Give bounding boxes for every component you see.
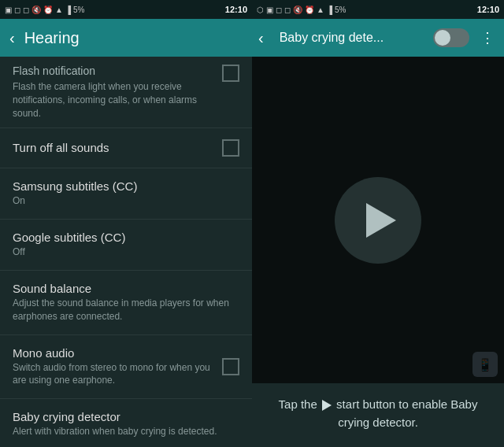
- vol2-icon: 🔇: [293, 6, 302, 14]
- setting-desc-google: Off: [13, 246, 233, 259]
- setting-text-baby: Baby crying detector Alert with vibratio…: [13, 410, 239, 438]
- menu-dots-icon[interactable]: ⋮: [477, 26, 498, 50]
- video-area: 📱: [252, 57, 504, 383]
- top-bar-right: ‹ Baby crying dete... ⋮: [252, 19, 504, 57]
- setting-text-samsung: Samsung subtitles (CC) On: [13, 179, 239, 208]
- watermark-box: 📱: [472, 352, 498, 377]
- page-title-right: Baby crying dete...: [280, 31, 384, 45]
- play-inline-icon: [322, 400, 332, 411]
- setting-title-samsung: Samsung subtitles (CC): [13, 179, 233, 193]
- setting-item-google-subtitles[interactable]: Google subtitles (CC) Off: [0, 220, 252, 271]
- top-bar-right-left: ‹ Baby crying dete...: [258, 29, 384, 47]
- setting-text-google: Google subtitles (CC) Off: [13, 231, 239, 259]
- signal-bars2-icon: ▐: [327, 6, 332, 14]
- setting-item-flash-notification[interactable]: Flash notification Flash the camera ligh…: [0, 57, 252, 128]
- wifi2-icon: ▲: [317, 6, 324, 14]
- setting-title-google: Google subtitles (CC): [13, 231, 233, 244]
- setting-title-flash: Flash notification: [13, 65, 216, 77]
- status-bar-right: ⬡ ▣ ◻ ◻ 🔇 ⏰ ▲ ▐ 5% 12:10: [252, 0, 504, 19]
- battery-text-left: 5%: [73, 6, 84, 14]
- sim-icon: ▣: [5, 6, 12, 14]
- setting-text-sounds: Turn off all sounds: [13, 141, 222, 156]
- left-panel: ▣ ◻ ◻ 🔇 ⏰ ▲ ▐ 5% 12:10 ‹ Hearing Flash n…: [0, 0, 252, 447]
- right-panel: ⬡ ▣ ◻ ◻ 🔇 ⏰ ▲ ▐ 5% 12:10 ‹ Baby crying d…: [252, 0, 504, 447]
- checkbox-sounds[interactable]: [222, 139, 239, 157]
- setting-item-samsung-subtitles[interactable]: Samsung subtitles (CC) On: [0, 168, 252, 220]
- instruction-text: Tap the start button to enable Baby cryi…: [252, 383, 504, 447]
- battery-text-right: 5%: [335, 6, 346, 14]
- signal-bars-icon: ▐: [65, 6, 71, 14]
- status-time-right: 12:10: [477, 5, 499, 14]
- status-icons-left: ▣ ◻ ◻ 🔇 ⏰ ▲ ▐ 5%: [5, 6, 84, 14]
- watermark: 📱: [472, 352, 498, 377]
- setting-desc-baby: Alert with vibration when baby crying is…: [13, 425, 233, 438]
- status-icons-right-left: ⬡ ▣ ◻ ◻ 🔇 ⏰ ▲ ▐ 5%: [257, 6, 346, 14]
- checkbox-mono[interactable]: [222, 358, 239, 375]
- setting-desc-flash: Flash the camera light when you receive …: [13, 80, 216, 120]
- setting-item-turn-off-sounds[interactable]: Turn off all sounds: [0, 128, 252, 168]
- toggle-switch[interactable]: [433, 28, 469, 47]
- alarm2-icon: ⏰: [305, 6, 314, 14]
- page-title-left: Hearing: [24, 29, 80, 47]
- back-button-left[interactable]: ‹: [9, 29, 15, 47]
- setting-text-mono: Mono audio Switch audio from stereo to m…: [13, 346, 222, 388]
- nfc-icon: ◻: [23, 6, 29, 14]
- status-bar-left: ▣ ◻ ◻ 🔇 ⏰ ▲ ▐ 5% 12:10: [0, 0, 252, 19]
- setting-title-balance: Sound balance: [13, 282, 233, 295]
- usb-icon: ⬡: [257, 6, 264, 14]
- top-bar-left: ‹ Hearing: [0, 19, 252, 57]
- setting-title-baby: Baby crying detector: [13, 410, 233, 423]
- play-triangle-icon: [366, 203, 396, 238]
- setting-text-balance: Sound balance Adjust the sound balance i…: [13, 282, 239, 323]
- setting-item-mono-audio[interactable]: Mono audio Switch audio from stereo to m…: [0, 335, 252, 400]
- settings-list: Flash notification Flash the camera ligh…: [0, 57, 252, 447]
- setting-item-sound-balance[interactable]: Sound balance Adjust the sound balance i…: [0, 271, 252, 335]
- play-button[interactable]: [335, 177, 421, 264]
- setting-desc-samsung: On: [13, 194, 233, 208]
- setting-desc-balance: Adjust the sound balance in media player…: [13, 297, 233, 323]
- status-time-left: 12:10: [225, 5, 247, 14]
- wifi-icon: ▲: [55, 6, 63, 14]
- setting-item-baby-crying[interactable]: Baby crying detector Alert with vibratio…: [0, 399, 252, 447]
- watermark-icon: 📱: [477, 357, 493, 372]
- checkbox-flash[interactable]: [222, 65, 239, 82]
- vol-icon: 🔇: [32, 6, 41, 14]
- toggle-knob: [435, 30, 450, 46]
- alarm-icon: ⏰: [43, 6, 53, 14]
- setting-text-flash: Flash notification Flash the camera ligh…: [13, 65, 222, 120]
- top-bar-right-controls: ⋮: [433, 26, 498, 50]
- setting-desc-mono: Switch audio from stereo to mono for whe…: [13, 361, 216, 388]
- setting-title-mono: Mono audio: [13, 346, 216, 360]
- nfc2-icon: ◻: [284, 6, 291, 14]
- signal2-icon: ◻: [276, 6, 282, 14]
- setting-title-sounds: Turn off all sounds: [13, 141, 216, 154]
- back-button-right[interactable]: ‹: [258, 29, 264, 47]
- sim2-icon: ▣: [266, 6, 273, 14]
- signal-icon: ◻: [14, 6, 20, 14]
